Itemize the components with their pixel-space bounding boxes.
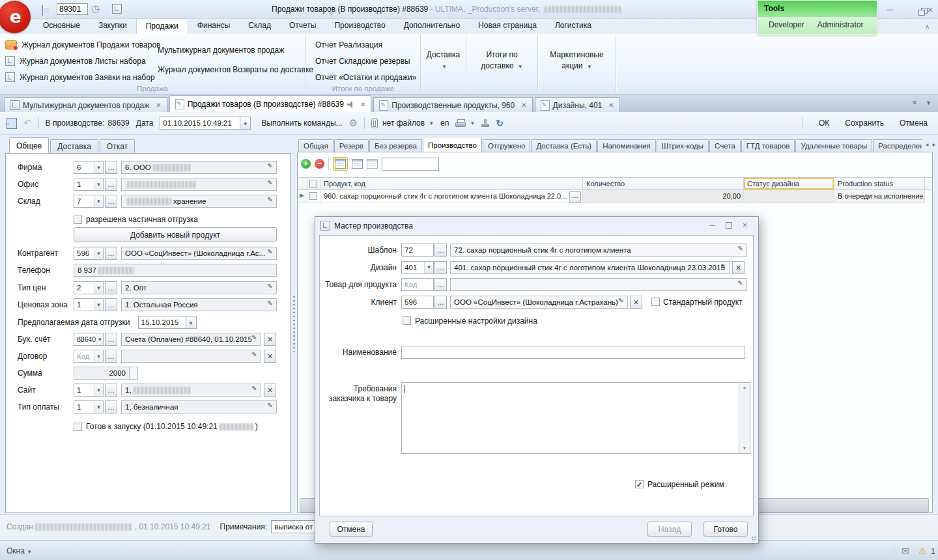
windows-menu[interactable]: Окна ▼ — [7, 546, 32, 555]
dialog-title-bar[interactable]: Мастер производства ─ × — [315, 217, 758, 234]
pin-icon[interactable] — [347, 101, 354, 107]
dizain-code-combo[interactable]: 401▼ — [401, 261, 434, 274]
resize-grip[interactable] — [750, 535, 756, 541]
edit-icon[interactable]: ✎ — [616, 297, 627, 307]
ribbon-tab-osnovnye[interactable]: Основные — [34, 18, 89, 34]
tab-developer[interactable]: Developer — [763, 20, 810, 35]
doc-tab-proizvodstvennye-produkty[interactable]: Производственные продукты, 960 ✕ — [373, 97, 532, 113]
remove-row-icon[interactable]: − — [315, 159, 324, 169]
menu-item-otchet-skladskie-rezervy[interactable]: Отчет Складские резервы — [315, 53, 416, 69]
partial-shipment-checkbox[interactable] — [74, 216, 82, 224]
klient-code[interactable]: 596 — [401, 296, 434, 309]
firma-code-combo[interactable]: 6▼ — [74, 161, 104, 174]
tab-dostavka[interactable]: Доставка — [50, 139, 98, 154]
refresh-icon[interactable]: ↻ — [496, 118, 504, 128]
ribbon-tab-proizvodstvo[interactable]: Производство — [325, 18, 394, 34]
cancel-button[interactable]: Отмена — [900, 119, 928, 128]
ribbon-tab-zakupki[interactable]: Закупки — [89, 18, 136, 34]
ok-button[interactable]: ОК — [819, 119, 829, 128]
tab-otgruzheno[interactable]: Отгружено — [483, 139, 530, 152]
kontragent-code-combo[interactable]: 596▼ — [74, 247, 104, 260]
scroll-up-icon[interactable]: ▲ — [739, 383, 750, 392]
ellipsis-button[interactable]: … — [434, 261, 447, 274]
ribbon-tab-dopolnitelno[interactable]: Дополнительно — [395, 18, 469, 34]
ribbon-tab-novaya-stranica[interactable]: Новая страница — [469, 18, 546, 34]
ribbon-tab-otchety[interactable]: Отчеты — [280, 18, 325, 34]
card-view-icon[interactable] — [352, 159, 363, 169]
mail-icon[interactable]: ✉ — [902, 546, 909, 556]
ship-date-combo[interactable]: 15.10.2015 ▼ — [138, 316, 197, 329]
edit-icon[interactable]: ✎ — [735, 279, 746, 290]
splitter-grip[interactable] — [293, 296, 295, 352]
ellipsis-button[interactable]: … — [105, 195, 117, 208]
edit-icon[interactable]: ✎ — [735, 245, 746, 255]
tab-bez-rezerva[interactable]: Без резерва — [369, 139, 422, 152]
column-header-product[interactable]: Продукт, код — [320, 177, 583, 190]
chevron-down-icon[interactable]: ▼ — [94, 161, 103, 173]
files-label[interactable]: нет файлов — [382, 119, 425, 128]
chevron-down-icon[interactable]: ▼ — [186, 316, 197, 329]
ellipsis-button[interactable]: … — [569, 191, 581, 203]
cell-design-status[interactable] — [744, 190, 834, 203]
quick-number-input[interactable] — [57, 3, 88, 15]
tab-administrator[interactable]: Administrator — [812, 20, 870, 35]
edit-icon[interactable]: ✎ — [264, 179, 276, 189]
column-header-qty[interactable]: Количество — [583, 177, 744, 190]
ellipsis-button[interactable]: … — [434, 296, 447, 309]
stamp-icon[interactable] — [481, 119, 489, 128]
chevron-down-icon[interactable]: ▼ — [94, 401, 103, 413]
chevron-down-icon[interactable]: ▼ — [94, 178, 103, 190]
ellipsis-button[interactable]: … — [434, 244, 447, 257]
row-checkbox-cell[interactable] — [307, 190, 320, 203]
edit-icon[interactable]: ✎ — [264, 300, 276, 310]
table-row[interactable]: ▶ 960. сахар порционный стик 4г с логоти… — [298, 190, 932, 203]
ellipsis-button[interactable]: … — [105, 400, 117, 413]
tab-rezerv[interactable]: Резерв — [334, 139, 369, 152]
edit-icon[interactable]: ✎ — [249, 334, 260, 344]
maximize-button[interactable] — [720, 221, 737, 231]
ellipsis-button[interactable]: … — [105, 178, 117, 191]
chevron-down-icon[interactable]: ▼ — [96, 333, 103, 345]
buh-schet-code-combo[interactable]: 88640▼ — [74, 333, 104, 346]
tip-cen-code-combo[interactable]: 2▼ — [74, 281, 104, 294]
tab-dostavka-est[interactable]: Доставка (Есть) — [531, 139, 597, 152]
clear-icon[interactable]: ✕ — [264, 350, 276, 363]
ellipsis-button[interactable]: … — [105, 333, 117, 346]
extended-mode-checkbox[interactable] — [635, 480, 644, 488]
clear-icon[interactable]: ✕ — [264, 384, 276, 397]
edit-icon[interactable]: ✎ — [264, 196, 276, 206]
tab-list-dropdown-icon[interactable]: ▼ — [926, 100, 931, 106]
clock-icon[interactable]: ◷ — [91, 3, 100, 14]
printer-icon[interactable] — [455, 119, 466, 128]
edit-icon[interactable]: ✎ — [264, 162, 276, 173]
menu-item-journal-listy-nabora[interactable]: Журнал документов Листы набора — [5, 53, 160, 69]
chevron-down-icon[interactable]: ▼ — [429, 120, 434, 126]
window-icon[interactable] — [112, 4, 122, 14]
chevron-down-icon[interactable]: ▼ — [240, 117, 251, 130]
extended-design-checkbox[interactable] — [403, 316, 411, 325]
document-icon[interactable] — [42, 5, 43, 16]
ribbon-tab-finansy[interactable]: Финансы — [188, 18, 239, 34]
edit-icon[interactable]: ✎ — [264, 248, 276, 259]
ellipsis-button[interactable]: … — [105, 247, 117, 260]
tab-napominaniya[interactable]: Напоминания — [597, 139, 655, 152]
tab-proizvodstvo[interactable]: Производство — [423, 138, 482, 152]
tab-udalennye-tovary[interactable]: Удаленные товары — [795, 139, 872, 152]
grid-filter-input[interactable] — [382, 158, 439, 171]
cancel-button[interactable]: Отмена — [330, 522, 373, 537]
edit-icon[interactable]: ✎ — [249, 385, 260, 395]
edit-icon[interactable]: ✎ — [718, 262, 729, 273]
date-value[interactable]: 15.10.2015 — [138, 316, 186, 329]
menu-item-otchet-realizaciya[interactable]: Отчет Реализация — [315, 36, 416, 53]
doc-tab-prodazhi-tovarov[interactable]: Продажи товаров (В производстве) #88639 … — [169, 95, 372, 113]
shablon-code[interactable]: 72 — [401, 244, 434, 257]
scroll-down-icon[interactable]: ▼ — [739, 444, 750, 453]
warning-icon[interactable]: ⚠ — [918, 546, 927, 556]
chevron-down-icon[interactable]: ▼ — [94, 299, 103, 311]
run-commands-link[interactable]: Выполнить команды... — [261, 119, 342, 128]
ellipsis-button[interactable]: … — [105, 350, 117, 363]
cen-zona-code-combo[interactable]: 1▼ — [74, 298, 104, 311]
doc-tab-dizajny[interactable]: Дизайны, 401 ✕ — [535, 97, 620, 113]
close-tab-icon[interactable]: ✕ — [605, 102, 614, 109]
ofis-code-combo[interactable]: 1▼ — [74, 178, 104, 191]
